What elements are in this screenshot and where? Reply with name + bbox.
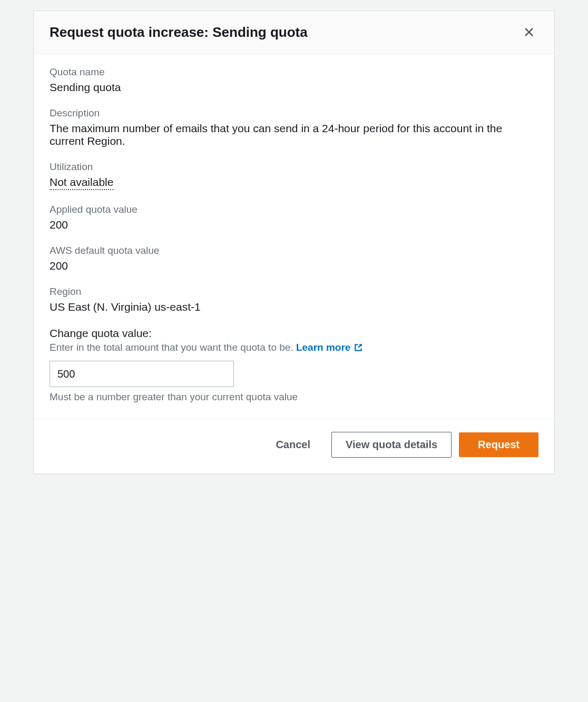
- dotted-value: Not available: [50, 176, 113, 190]
- modal-title: Request quota increase: Sending quota: [50, 24, 308, 41]
- learn-more-link[interactable]: Learn more: [296, 342, 363, 353]
- external-link-icon: [354, 343, 363, 352]
- quota-value-input[interactable]: [50, 361, 234, 387]
- request-button[interactable]: Request: [459, 432, 538, 457]
- field-value: Not available: [50, 176, 538, 190]
- view-quota-details-button[interactable]: View quota details: [331, 432, 452, 458]
- modal-header: Request quota increase: Sending quota: [34, 11, 554, 54]
- field-label: Quota name: [50, 66, 538, 78]
- field-label: Applied quota value: [50, 204, 538, 215]
- field-label: AWS default quota value: [50, 245, 538, 256]
- field-value: Sending quota: [50, 81, 538, 94]
- close-button[interactable]: [520, 23, 538, 42]
- modal-footer: Cancel View quota details Request: [34, 419, 554, 473]
- cancel-button[interactable]: Cancel: [262, 432, 324, 457]
- region-field: Region US East (N. Virginia) us-east-1: [50, 286, 538, 313]
- field-label: Utilization: [50, 161, 538, 173]
- field-label: Description: [50, 107, 538, 119]
- default-quota-field: AWS default quota value 200: [50, 245, 538, 272]
- field-label: Region: [50, 286, 538, 298]
- utilization-field: Utilization Not available: [50, 161, 538, 190]
- field-value: US East (N. Virginia) us-east-1: [50, 301, 538, 313]
- change-quota-field: Change quota value: Enter in the total a…: [50, 327, 538, 403]
- field-value: 200: [50, 219, 538, 231]
- field-value: 200: [50, 260, 538, 272]
- quota-modal: Request quota increase: Sending quota Qu…: [33, 11, 555, 474]
- hint-text: Enter in the total amount that you want …: [50, 342, 296, 353]
- change-quota-hint: Enter in the total amount that you want …: [50, 342, 538, 353]
- description-field: Description The maximum number of emails…: [50, 107, 538, 147]
- applied-quota-field: Applied quota value 200: [50, 204, 538, 231]
- quota-input-hint: Must be a number greater than your curre…: [50, 391, 538, 403]
- close-icon: [523, 26, 535, 38]
- modal-body: Quota name Sending quota Description The…: [34, 54, 554, 419]
- learn-more-text: Learn more: [296, 342, 350, 353]
- change-quota-label: Change quota value:: [50, 327, 538, 340]
- quota-name-field: Quota name Sending quota: [50, 66, 538, 94]
- field-value: The maximum number of emails that you ca…: [50, 122, 538, 147]
